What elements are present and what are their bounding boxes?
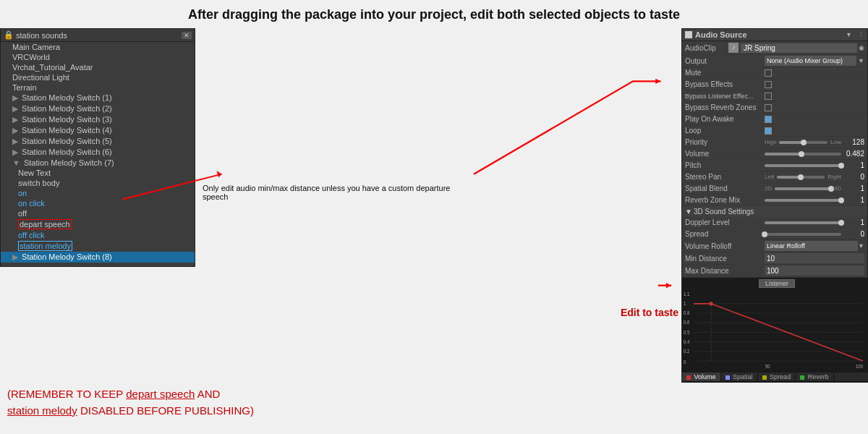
collapse-icon[interactable]: ▼ <box>846 31 852 38</box>
bypass-listener-row: Bypass Listener Effec... <box>682 90 867 102</box>
svg-text:0.6: 0.6 <box>684 320 690 325</box>
spread-row: Spread 0 <box>682 229 867 240</box>
hierarchy-item[interactable]: switch body <box>1 178 195 188</box>
stereo-pan-slider[interactable] <box>777 176 825 179</box>
hierarchy-item[interactable]: on click <box>1 198 195 208</box>
item-label: on click <box>18 199 45 208</box>
volume-slider[interactable] <box>765 153 841 156</box>
reverb-zone-row: Reverb Zone Mix 1 <box>682 195 867 206</box>
menu-icon[interactable]: ⋮ <box>858 31 864 38</box>
rolloff-dropdown-icon[interactable]: ▼ <box>858 242 864 250</box>
mute-row: Mute <box>682 67 867 79</box>
depart-speech-ref: depart speech <box>126 388 195 400</box>
volume-rolloff-value[interactable]: Linear Rolloff <box>765 241 858 251</box>
sms8-item[interactable]: ▶ Station Melody Switch (8) <box>1 252 195 263</box>
spatial-blend-slider[interactable] <box>775 187 831 190</box>
doppler-row: Doppler Level 1 <box>682 217 867 229</box>
hierarchy-item[interactable]: off click <box>1 230 195 240</box>
item-label: Vrchat_Tutorial_Avatar <box>12 63 93 72</box>
hierarchy-item[interactable]: Terrain <box>1 82 195 93</box>
item-label: Station Melody Switch (5) <box>22 137 112 145</box>
play-on-awake-checkbox[interactable] <box>765 116 772 123</box>
volume-tab-label: Volume <box>694 373 716 380</box>
output-row: Output None (Audio Mixer Group) ▼ <box>682 55 867 67</box>
svg-text:1: 1 <box>684 301 686 306</box>
arrow-icon: ▶ <box>12 126 20 135</box>
output-dropdown-icon[interactable]: ▼ <box>858 57 864 64</box>
hierarchy-item[interactable]: Directional Light <box>1 72 195 82</box>
spatial-blend-value: 1 <box>843 184 864 192</box>
hierarchy-item[interactable]: ▶ Station Melody Switch (4) <box>1 125 195 136</box>
hierarchy-item[interactable]: depart speech <box>1 218 195 230</box>
stereo-left-label: Left <box>765 174 774 180</box>
output-label: Output <box>685 57 765 65</box>
hierarchy-item[interactable]: ▶ Station Melody Switch (6) <box>1 147 195 158</box>
hierarchy-item[interactable]: station melody <box>1 240 195 252</box>
hierarchy-item[interactable]: on <box>1 188 195 198</box>
hierarchy-item[interactable]: ▶ Station Melody Switch (1) <box>1 93 195 103</box>
hierarchy-panel: 🔒 station sounds ✕ Main Camera VRCWorld … <box>0 28 195 267</box>
spatial-blend-slider-container: 2D 3D 1 <box>765 184 864 192</box>
hierarchy-item[interactable]: ▶ Station Melody Switch (5) <box>1 136 195 147</box>
priority-row: Priority High Low 128 <box>682 137 867 148</box>
output-value[interactable]: None (Audio Mixer Group) <box>765 56 856 66</box>
bypass-effects-checkbox[interactable] <box>765 81 772 88</box>
svg-text:100: 100 <box>856 364 863 369</box>
bypass-listener-label: Bypass Listener Effec... <box>685 93 765 100</box>
play-on-awake-label: Play On Awake <box>685 115 765 123</box>
min-distance-value[interactable]: 10 <box>765 253 864 263</box>
reverb-zone-slider[interactable] <box>765 199 841 202</box>
svg-text:1.1: 1.1 <box>684 292 690 297</box>
audio-source-inspector: Audio Source ▼ ⋮ AudioClip ♪ JR Spring ◉… <box>681 28 868 383</box>
hierarchy-item[interactable]: VRCWorld <box>1 52 195 62</box>
spatial-2d-label: 2D <box>765 185 772 192</box>
mute-label: Mute <box>685 69 765 77</box>
play-on-awake-row: Play On Awake <box>682 114 867 125</box>
item-label: Station Melody Switch (6) <box>22 148 112 156</box>
hierarchy-item[interactable]: New Text <box>1 168 195 178</box>
loop-label: Loop <box>685 127 765 135</box>
hierarchy-item[interactable]: Main Camera <box>1 42 195 52</box>
spread-tab[interactable]: Spread <box>758 373 796 381</box>
loop-checkbox[interactable] <box>765 127 772 135</box>
max-distance-value[interactable]: 100 <box>765 265 864 276</box>
hierarchy-item[interactable]: off <box>1 208 195 218</box>
component-enabled-checkbox[interactable] <box>685 31 692 38</box>
hierarchy-item[interactable]: ▶ Station Melody Switch (3) <box>1 114 195 125</box>
reverb-tab[interactable]: Reverb <box>796 373 834 381</box>
doppler-label: Doppler Level <box>685 218 765 226</box>
audio-graph-svg: 1.1 1 0.8 0.6 0.5 0.4 0.2 0 <box>682 289 868 369</box>
mute-checkbox[interactable] <box>765 69 772 77</box>
bottom-annotation-line1: (REMEMBER TO KEEP depart speech AND <box>7 388 220 400</box>
min-distance-row: Min Distance 10 <box>682 252 867 265</box>
audio-graph: Listener 1.1 1 0.8 0.6 0.5 0.4 0.2 0 <box>682 277 868 382</box>
graph-tabs: Volume Spatial Spread Reverb <box>682 373 868 382</box>
panel-close-button[interactable]: ✕ <box>182 32 192 39</box>
edit-taste-annotation: Edit to taste <box>621 307 678 318</box>
bypass-listener-checkbox[interactable] <box>765 93 772 100</box>
priority-slider[interactable] <box>779 141 827 144</box>
bypass-reverb-checkbox[interactable] <box>765 104 772 111</box>
sound-settings-header[interactable]: ▼ 3D Sound Settings <box>682 206 867 217</box>
top-instruction: After dragging the package into your pro… <box>0 0 868 28</box>
station-melody-item[interactable]: station melody <box>18 241 72 251</box>
hierarchy-item[interactable]: Vrchat_Tutorial_Avatar <box>1 62 195 72</box>
hierarchy-item[interactable]: ▶ Station Melody Switch (2) <box>1 103 195 114</box>
item-label: Station Melody Switch (1) <box>22 93 112 102</box>
priority-value: 128 <box>843 138 864 146</box>
audioclip-select-icon[interactable]: ◉ <box>859 44 864 51</box>
item-label: New Text <box>18 169 51 177</box>
panel-header: 🔒 station sounds ✕ <box>1 29 195 42</box>
spread-slider[interactable] <box>765 233 841 236</box>
hierarchy-item[interactable]: ▼ Station Melody Switch (7) <box>1 158 195 168</box>
sound-settings-arrow: ▼ <box>685 208 692 216</box>
sound-settings-title: 3D Sound Settings <box>694 208 754 216</box>
depart-speech-item[interactable]: depart speech <box>18 219 72 229</box>
svg-text:0.8: 0.8 <box>684 310 690 315</box>
item-label: off <box>18 209 27 218</box>
audioclip-value[interactable]: JR Spring <box>741 43 857 53</box>
pitch-slider[interactable] <box>765 164 841 167</box>
volume-tab[interactable]: Volume <box>682 373 721 381</box>
spatial-tab[interactable]: Spatial <box>721 373 758 381</box>
doppler-slider[interactable] <box>765 221 841 224</box>
